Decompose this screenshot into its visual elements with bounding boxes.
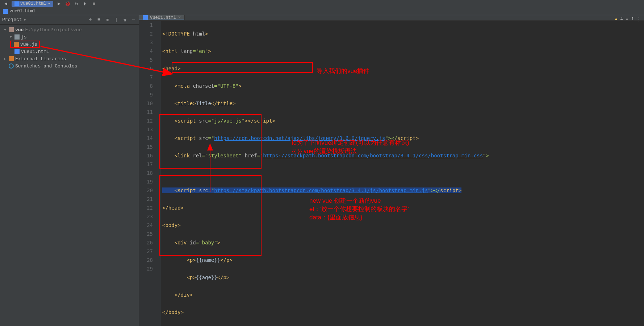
project-name: vue [15, 27, 24, 33]
tree-file-vuejs[interactable]: vue.js [10, 41, 40, 48]
tree-scratches[interactable]: ▸ Scratches and Consoles [0, 62, 139, 70]
select-opened-file-icon[interactable]: ⌖ [87, 17, 93, 23]
project-panel-title[interactable]: Project [2, 17, 22, 22]
html-file-icon [14, 49, 20, 54]
project-tree[interactable]: ▾ vue E:\pythonProject\vue ▾ js vue.js ▾… [0, 25, 139, 71]
folder-label: js [21, 34, 27, 40]
editor-area: vue01.html × ▲4 ▲1 ⋮ 1234567891011121314… [139, 15, 644, 326]
code-content[interactable]: <!DOCTYPE html> <html lang="en"> <head> … [161, 21, 644, 326]
debug-icon[interactable]: 🐞 [65, 1, 71, 7]
js-file-icon [14, 42, 19, 47]
divider: | [113, 17, 119, 23]
tree-root[interactable]: ▾ vue E:\pythonProject\vue [0, 26, 139, 33]
folder-icon [14, 34, 20, 40]
scratch-icon [9, 63, 14, 69]
tree-file-vue01html[interactable]: ▾ vue01.html [0, 48, 139, 55]
stop-icon[interactable]: ■ [91, 1, 97, 7]
collapse-all-icon[interactable]: ≢ [105, 17, 110, 23]
external-libs-label: External Libraries [15, 56, 66, 62]
run-icon[interactable]: ▶ [56, 1, 62, 7]
scratches-label: Scratches and Consoles [15, 63, 78, 69]
code-editor[interactable]: 1234567891011121314151617181920212223242… [139, 21, 644, 326]
project-path: E:\pythonProject\vue [25, 27, 81, 33]
folder-icon [9, 27, 14, 32]
run-config-selector[interactable]: vue01.html ▾ [12, 1, 53, 7]
run-config-label: vue01.html [20, 1, 46, 6]
file-label: vue01.html [21, 49, 49, 54]
fold-gutter [156, 21, 161, 326]
tree-folder-js[interactable]: ▾ js [0, 33, 139, 41]
file-label: vue.js [20, 42, 37, 47]
html-file-icon [3, 9, 8, 14]
back-icon[interactable]: ◀ [3, 1, 9, 7]
project-panel-header: Project ▾ ⌖ ≡ ≢ | ✿ — [0, 15, 139, 25]
tree-external-libs[interactable]: ▸ External Libraries [0, 55, 139, 62]
settings-icon[interactable]: ✿ [122, 17, 128, 23]
expand-all-icon[interactable]: ≡ [96, 17, 102, 23]
profile-icon[interactable]: ⏵ [82, 1, 88, 7]
project-sidebar: Project ▾ ⌖ ≡ ≢ | ✿ — ▾ vue E:\pythonPro… [0, 15, 139, 326]
main-toolbar: ◀ vue01.html ▾ ▶ 🐞 ↻ ⏵ ■ [0, 0, 644, 7]
line-gutter: 1234567891011121314151617181920212223242… [139, 21, 156, 326]
library-icon [9, 56, 14, 61]
coverage-icon[interactable]: ↻ [74, 1, 79, 7]
breadcrumb: vue01.html [0, 7, 644, 15]
editor-tabs: vue01.html × [139, 15, 644, 21]
breadcrumb-file[interactable]: vue01.html [9, 9, 35, 14]
hide-panel-icon[interactable]: — [131, 17, 137, 23]
tab-vue01html[interactable]: vue01.html × [139, 15, 185, 20]
